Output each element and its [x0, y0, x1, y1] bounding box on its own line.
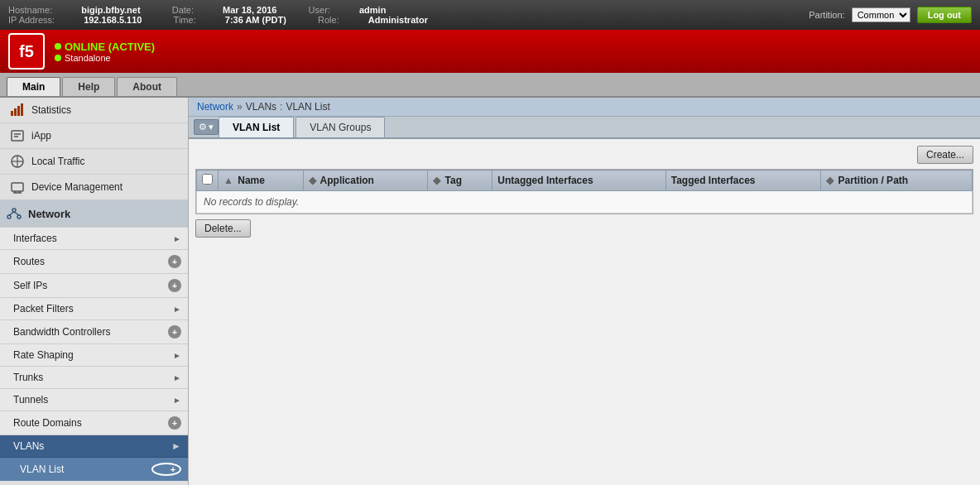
sort-arrow-icon: ◆ [433, 175, 440, 186]
sidebar-item-packet-filters[interactable]: Packet Filters ► [0, 298, 188, 320]
tab-vlan-groups[interactable]: VLAN Groups [295, 117, 385, 137]
svg-point-15 [7, 215, 11, 218]
tab-about[interactable]: About [117, 77, 177, 96]
tab-help[interactable]: Help [62, 77, 115, 96]
sidebar-item-tunnels[interactable]: Tunnels ► [0, 389, 188, 411]
sidebar-item-rate-shaping[interactable]: Rate Shaping ► [0, 344, 188, 367]
chevron-icon: ► [173, 305, 181, 314]
table-row: No records to display. [197, 191, 973, 214]
col-application[interactable]: ◆ Application [303, 170, 428, 191]
user-label: User: [309, 5, 330, 15]
status-text: ONLINE (ACTIVE) [65, 41, 155, 53]
partition-label: Partition: [809, 10, 844, 20]
breadcrumb: Network » VLANs : VLAN List [189, 98, 980, 117]
sidebar-label-interfaces: Interfaces [13, 233, 57, 244]
traffic-icon [10, 154, 25, 169]
tab-vlan-list[interactable]: VLAN List [219, 117, 294, 137]
partition-select[interactable]: Common [852, 7, 910, 22]
sort-arrow-icon: ▲ [223, 175, 233, 186]
logo-bar: f5 ONLINE (ACTIVE) Standalone [0, 30, 980, 73]
user-value: admin [359, 5, 386, 15]
network-icon [7, 206, 22, 221]
sidebar-item-local-traffic[interactable]: Local Traffic [0, 149, 188, 175]
tab-main[interactable]: Main [7, 77, 60, 96]
content-tabs: ⚙ ▾ VLAN List VLAN Groups [189, 117, 980, 139]
plus-icon: + [168, 416, 181, 430]
sidebar-label-vlan-list: VLAN List [20, 463, 64, 475]
sidebar-label-network: Network [28, 208, 70, 220]
gear-chevron-icon: ▾ [209, 122, 214, 132]
content-area: Network » VLANs : VLAN List ⚙ ▾ VLAN Lis… [189, 98, 980, 485]
delete-button[interactable]: Delete... [195, 219, 251, 238]
col-tag-label: Tag [445, 175, 462, 186]
sidebar-item-trunks[interactable]: Trunks ► [0, 367, 188, 389]
iapp-icon [10, 128, 25, 143]
vlan-table: ▲ Name ◆ Application ◆ Tag [196, 170, 973, 214]
col-tagged-label: Tagged Interfaces [671, 175, 756, 186]
data-table-wrapper: ▲ Name ◆ Application ◆ Tag [195, 169, 973, 214]
breadcrumb-sep1: » [237, 101, 243, 113]
table-area: Create... ▲ Name ◆ [189, 139, 980, 485]
sidebar-label-routes: Routes [13, 256, 45, 267]
sidebar-label-self-ips: Self IPs [13, 280, 47, 291]
sidebar-item-bandwidth-controllers[interactable]: Bandwidth Controllers + [0, 320, 188, 344]
chevron-icon: ► [171, 440, 181, 452]
sidebar-label-tunnels: Tunnels [13, 394, 48, 406]
chevron-icon: ► [173, 396, 181, 405]
sidebar-item-vlan-list[interactable]: VLAN List + [0, 458, 188, 481]
hostname-label: Hostname: [8, 5, 52, 15]
sidebar-item-routes[interactable]: Routes + [0, 250, 188, 274]
sidebar-item-network[interactable]: Network [0, 200, 188, 228]
sidebar-label-trunks: Trunks [13, 372, 43, 383]
sidebar-label-iapp: iApp [31, 130, 51, 142]
header: Hostname: bigip.bfby.net Date: Mar 18, 2… [0, 0, 980, 30]
nav-tabs: Main Help About [0, 73, 980, 98]
create-button[interactable]: Create... [917, 146, 973, 164]
sidebar-label-rate-shaping: Rate Shaping [13, 349, 74, 361]
status-dot [55, 43, 61, 50]
plus-icon: + [168, 255, 181, 268]
sidebar: Statistics iApp Local Traffic [0, 98, 189, 485]
logout-button[interactable]: Log out [917, 7, 972, 23]
chevron-icon: ► [173, 351, 181, 360]
plus-circle-icon: + [151, 463, 181, 476]
chevron-icon: ► [173, 234, 181, 243]
sidebar-item-device-management[interactable]: Device Management [0, 175, 188, 200]
svg-rect-0 [11, 111, 13, 116]
col-name[interactable]: ▲ Name [219, 170, 304, 191]
col-partition-path[interactable]: ◆ Partition / Path [821, 170, 973, 191]
gear-icon: ⚙ [199, 122, 207, 132]
sidebar-item-statistics[interactable]: Statistics [0, 98, 188, 123]
time-value: 7:36 AM (PDT) [225, 15, 286, 25]
main-layout: Statistics iApp Local Traffic [0, 98, 980, 485]
sidebar-label-route-domains: Route Domains [13, 417, 82, 429]
sidebar-item-self-ips[interactable]: Self IPs + [0, 274, 188, 298]
plus-icon: + [168, 279, 181, 292]
select-all-checkbox[interactable] [202, 174, 213, 185]
col-tag[interactable]: ◆ Tag [428, 170, 492, 191]
time-label: Time: [174, 15, 196, 25]
breadcrumb-colon: : [280, 101, 282, 113]
date-label: Date: [172, 5, 194, 15]
svg-line-18 [14, 212, 19, 215]
col-tagged-interfaces: Tagged Interfaces [665, 170, 820, 191]
sidebar-item-interfaces[interactable]: Interfaces ► [0, 228, 188, 250]
col-partition-label: Partition / Path [838, 175, 908, 186]
f5-logo: f5 [8, 33, 45, 70]
sidebar-item-iapp[interactable]: iApp [0, 123, 188, 149]
svg-rect-3 [21, 103, 23, 116]
status-online: ONLINE (ACTIVE) [55, 41, 155, 53]
ip-label: IP Address: [8, 15, 55, 25]
breadcrumb-vlans: VLANs [246, 101, 276, 113]
sidebar-label-local-traffic: Local Traffic [31, 156, 84, 167]
chart-icon [10, 103, 25, 118]
sidebar-item-route-domains[interactable]: Route Domains + [0, 411, 188, 435]
plus-icon: + [168, 325, 181, 339]
gear-button[interactable]: ⚙ ▾ [194, 119, 219, 135]
col-untagged-interfaces: Untagged Interfaces [492, 170, 666, 191]
hostname-value: bigip.bfby.net [81, 5, 140, 15]
sidebar-item-vlans[interactable]: VLANs ► [0, 435, 188, 458]
role-value: Administrator [368, 15, 428, 25]
ip-value: 192.168.5.110 [84, 15, 142, 25]
breadcrumb-network: Network [197, 101, 233, 113]
